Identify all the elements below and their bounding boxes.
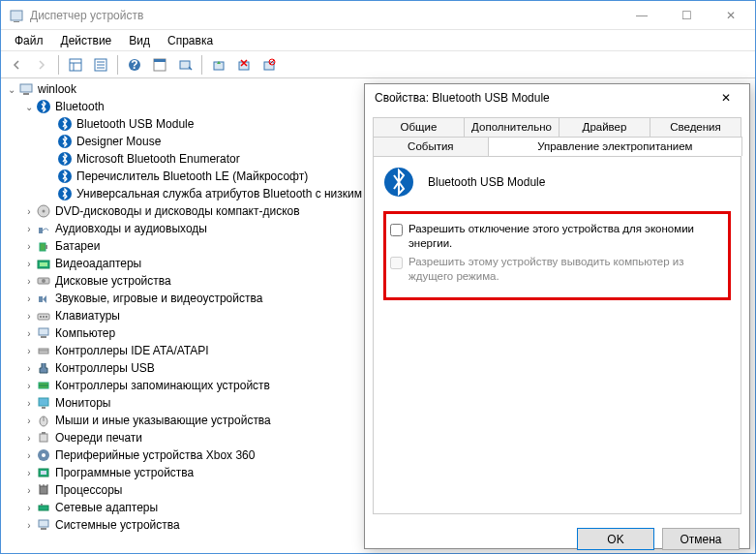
svg-rect-0 [11,11,22,20]
close-button[interactable]: ✕ [709,1,753,29]
svg-rect-39 [43,316,45,318]
expander-icon[interactable]: › [22,468,36,478]
tab-power-management[interactable]: Управление электропитанием [488,137,742,156]
back-button[interactable] [5,53,28,77]
tree-label: Системные устройства [55,518,180,532]
tree-label: Контроллеры USB [55,361,155,375]
svg-rect-12 [154,59,166,62]
expander-icon[interactable]: › [22,346,36,356]
tree-label: Компьютер [55,326,115,340]
tab-content: Bluetooth USB Module Разрешить отключени… [373,156,741,514]
help-button[interactable]: ? [123,53,146,77]
tree-label: Bluetooth USB Module [76,117,194,131]
tree-label: Звуковые, игровые и видеоустройства [55,292,262,305]
expander-icon[interactable]: › [22,381,36,391]
expander-icon[interactable]: › [22,293,36,304]
expander-icon[interactable]: › [22,259,36,269]
show-tree-button[interactable] [64,53,87,77]
svg-point-54 [42,453,45,457]
svg-rect-41 [39,328,48,335]
svg-rect-47 [39,398,48,406]
tab-driver[interactable]: Драйвер [559,117,650,138]
svg-rect-29 [39,228,43,233]
allow-power-off-checkbox[interactable] [390,224,403,236]
maximize-button[interactable]: ☐ [664,1,709,29]
disk-drives-icon [36,273,51,289]
uninstall-button[interactable] [232,53,256,77]
audio-io-icon [36,221,51,236]
svg-rect-61 [39,506,48,510]
update-driver-button[interactable] [207,53,230,77]
tree-label: Клавиатуры [55,309,120,323]
expander-icon[interactable]: ⌄ [22,102,36,112]
svg-rect-64 [41,528,46,530]
ok-button[interactable]: OK [577,528,654,550]
properties-toolbar-button[interactable] [89,53,112,77]
tree-label: Сетевые адаптеры [55,501,158,514]
bluetooth-icon [36,99,51,114]
keyboards-icon [36,308,51,323]
tree-label: Перечислитель Bluetooth LE (Майкрософт) [76,169,308,183]
svg-rect-38 [40,316,42,318]
expander-icon[interactable]: › [22,206,36,217]
svg-rect-2 [70,59,81,71]
bluetooth-large-icon [383,167,414,198]
expander-icon[interactable]: › [22,398,36,409]
svg-rect-57 [40,486,47,494]
expander-icon[interactable]: ⌄ [5,84,18,95]
menu-action[interactable]: Действие [53,32,120,49]
expander-icon[interactable]: › [22,433,36,444]
device-name: Bluetooth USB Module [428,175,545,189]
expander-icon[interactable]: › [22,416,36,426]
software-devices-icon [36,465,51,480]
cancel-button[interactable]: Отмена [662,528,740,550]
expander-icon[interactable]: › [22,311,36,322]
checkbox-label: Разрешить этому устройству выводить комп… [408,255,724,284]
tree-label: Контроллеры запоминающих устройств [55,379,270,392]
scan-button[interactable] [173,53,197,77]
disable-button[interactable] [257,53,281,77]
expander-icon[interactable]: › [22,503,36,513]
app-icon [9,8,24,23]
tab-details[interactable]: Сведения [650,117,741,138]
expander-icon[interactable]: › [22,276,36,287]
usb-controllers-icon [36,360,51,376]
expander-icon[interactable]: › [22,450,36,461]
tree-label: Дисковые устройства [55,274,171,288]
batteries-icon [36,238,51,254]
svg-point-28 [43,210,45,213]
menu-file[interactable]: Файл [7,32,51,49]
minimize-button[interactable]: — [620,1,664,29]
tree-label: Очереди печати [55,431,142,445]
tab-events[interactable]: События [373,137,489,156]
tree-label: Microsoft Bluetooth Enumerator [76,152,240,166]
properties-dialog: Свойства: Bluetooth USB Module ✕ Общие Д… [364,83,750,549]
expander-icon[interactable]: › [22,224,36,234]
menu-view[interactable]: Вид [121,32,158,49]
tree-label: Батареи [55,239,100,253]
expander-icon[interactable]: › [22,485,36,496]
tree-label: Аудиовходы и аудиовыходы [55,222,207,235]
expander-icon[interactable]: › [22,328,36,339]
tab-advanced[interactable]: Дополнительно [464,117,559,138]
forward-button[interactable] [30,53,53,77]
expander-icon[interactable]: › [22,520,36,531]
toolbar-separator [201,55,202,75]
dialog-close-button[interactable]: ✕ [707,84,745,111]
tree-label: Bluetooth [55,100,105,113]
svg-rect-56 [41,471,46,475]
mice-icon [36,413,51,428]
print-queues-icon [36,430,51,446]
expander-icon[interactable]: › [22,363,36,374]
menu-help[interactable]: Справка [160,32,221,49]
bluetooth-icon [57,134,73,149]
toolbar-separator [58,55,59,75]
expander-icon[interactable]: › [22,241,36,252]
svg-rect-36 [39,296,43,302]
highlight-box: Разрешить отключение этого устройства дл… [383,211,731,300]
storage-controllers-icon [36,378,51,393]
tree-label: Контроллеры IDE ATA/ATAPI [55,344,209,357]
tab-general[interactable]: Общие [373,117,465,138]
ide-controllers-icon [36,343,51,358]
details-button[interactable] [148,53,171,77]
